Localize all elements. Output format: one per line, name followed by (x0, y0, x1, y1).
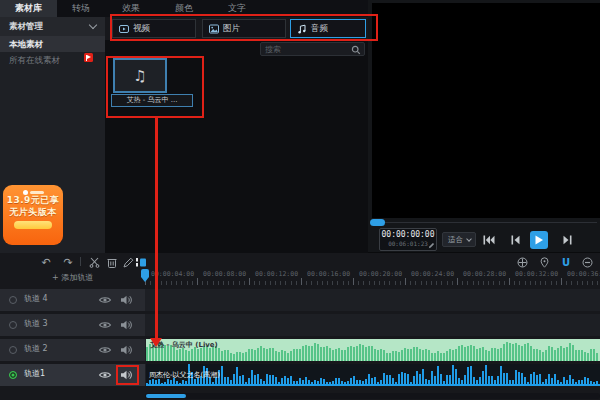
track3-lane[interactable] (145, 314, 600, 336)
current-timecode: 00:00:00:00 (380, 229, 436, 240)
video-preview[interactable] (372, 3, 600, 218)
ruler-timestamp: 00:00:24:00 (411, 270, 454, 278)
annotation-arrow-head (150, 338, 162, 347)
preview-panel: 00:00:00:00 00:06:01:23 适合 (368, 0, 600, 253)
plus-icon: + (52, 273, 59, 282)
music-item-thumbnail[interactable]: ♫ (113, 58, 167, 93)
trash-icon (107, 257, 117, 268)
timeline-ruler[interactable]: 00:00:04:0000:00:08:0000:00:12:0000:00:1… (145, 270, 600, 286)
annotation-arrow-line (155, 118, 158, 340)
play-button[interactable] (530, 231, 548, 249)
track3-name: 轨道 3 (24, 318, 48, 329)
eye-icon[interactable] (98, 368, 112, 382)
tab-material-library[interactable]: 素材库 (0, 0, 57, 17)
detach-audio-button[interactable]: U (558, 255, 574, 269)
redo-button[interactable]: ↷ (60, 255, 76, 269)
previous-frame-button[interactable] (506, 231, 524, 249)
search-input[interactable] (265, 43, 349, 55)
zoom-out-icon (582, 257, 593, 268)
track-row-4[interactable]: 轨道 4 (0, 289, 600, 311)
track2-select-radio[interactable] (9, 346, 17, 354)
seek-knob[interactable] (370, 219, 385, 226)
promo-badge[interactable]: 13.9元已享 无片头版本 (3, 185, 63, 245)
track3-select-radio[interactable] (9, 321, 17, 329)
audio-type-label: 音频 (311, 23, 328, 35)
tab-text[interactable]: 文字 (211, 0, 263, 17)
next-frame-button[interactable] (558, 231, 576, 249)
zoom-out-button[interactable] (579, 255, 595, 269)
track4-name: 轨道 4 (24, 293, 48, 304)
edit-pencil-icon[interactable] (428, 242, 435, 249)
track1-select-radio[interactable] (9, 371, 17, 379)
track4-select-radio[interactable] (9, 296, 17, 304)
ruler-major-ticks (145, 278, 600, 285)
scissors-icon (89, 257, 100, 268)
ruler-timestamp: 00:00:08:00 (203, 270, 246, 278)
undo-button[interactable]: ↶ (38, 255, 54, 269)
chevron-down-icon (466, 236, 472, 242)
video-icon (119, 24, 129, 34)
speaker-icon[interactable] (119, 343, 133, 357)
blue-clip-title: 周杰伦-以父之名(高潮) (149, 370, 220, 380)
sidebar-item-local-material[interactable]: 本地素材 (0, 36, 105, 52)
new-flag-icon (84, 53, 93, 62)
speaker-icon[interactable] (119, 368, 133, 382)
delete-button[interactable] (104, 255, 120, 269)
track2-name: 轨道 2 (24, 343, 48, 354)
pencil-icon (123, 257, 134, 268)
add-track-button[interactable]: + 添加轨道 (0, 270, 145, 286)
media-type-row: 视频 图片 音频 (105, 17, 368, 40)
promo-cta-pill[interactable] (14, 221, 52, 229)
music-note-icon: ♫ (133, 67, 146, 85)
search-icon[interactable] (351, 45, 361, 55)
audio-clip-blue[interactable]: 周杰伦-以父之名(高潮) (146, 364, 600, 386)
music-item-title[interactable]: 艾热 - 乌云中 ... (111, 94, 193, 107)
ruler-timestamp: 00:00:16:00 (307, 270, 350, 278)
horizontal-scrollbar-track (145, 393, 600, 399)
audio-clip-green[interactable]: 艾热 - 乌云中 (Live) (146, 339, 600, 361)
horizontal-scrollbar[interactable] (146, 394, 186, 398)
film-icon (517, 257, 528, 268)
blue-clip-baseline (146, 384, 600, 386)
cut-button[interactable] (86, 255, 102, 269)
music-note-icon (297, 24, 307, 34)
play-icon (534, 235, 544, 245)
material-manage-header[interactable]: 素材管理 (0, 17, 105, 36)
promo-version-text: 无片头版本 (3, 207, 63, 219)
eye-icon[interactable] (98, 293, 112, 307)
track-manage-button[interactable] (133, 255, 149, 269)
track4-lane[interactable] (145, 289, 600, 311)
ruler-timestamp: 00:00:32:00 (515, 270, 558, 278)
track-row-3[interactable]: 轨道 3 (0, 314, 600, 336)
tab-color[interactable]: 颜色 (157, 0, 211, 17)
eye-icon[interactable] (98, 343, 112, 357)
tab-transition[interactable]: 转场 (57, 0, 105, 17)
eye-icon[interactable] (98, 318, 112, 332)
ruler-timestamp: 00:00:12:00 (255, 270, 298, 278)
ruler-timestamp: 00:00:20:00 (359, 270, 402, 278)
zoom-fit-dropdown[interactable]: 适合 (442, 232, 476, 247)
audio-type-button[interactable]: 音频 (290, 19, 366, 38)
track-manage-icon (135, 257, 147, 268)
speaker-icon[interactable] (119, 293, 133, 307)
top-tab-bar: 素材库 转场 效果 颜色 文字 (0, 0, 368, 17)
promo-price-text: 13.9元已享 (3, 195, 63, 207)
add-marker-button[interactable] (536, 255, 552, 269)
ruler-timestamp: 00:00:36:00 (567, 270, 600, 278)
seek-bar[interactable] (371, 222, 597, 223)
add-track-label: 添加轨道 (61, 273, 93, 282)
image-type-label: 图片 (223, 23, 240, 35)
search-box (260, 42, 365, 56)
video-editor-window: 素材库 转场 效果 颜色 文字 素材管理 视频 图片 音频 本地素材 所有在线素… (0, 0, 600, 400)
preview-mode-button[interactable] (514, 255, 530, 269)
tab-effect[interactable]: 效果 (105, 0, 157, 17)
fit-label: 适合 (448, 235, 463, 244)
skip-to-start-button[interactable] (480, 231, 498, 249)
video-type-button[interactable]: 视频 (112, 19, 196, 38)
chevron-down-icon (89, 21, 97, 29)
toolbar-divider (80, 257, 81, 266)
ruler-timestamp: 00:00:28:00 (463, 270, 506, 278)
image-type-button[interactable]: 图片 (202, 19, 286, 38)
image-icon (209, 24, 219, 34)
speaker-icon[interactable] (119, 318, 133, 332)
